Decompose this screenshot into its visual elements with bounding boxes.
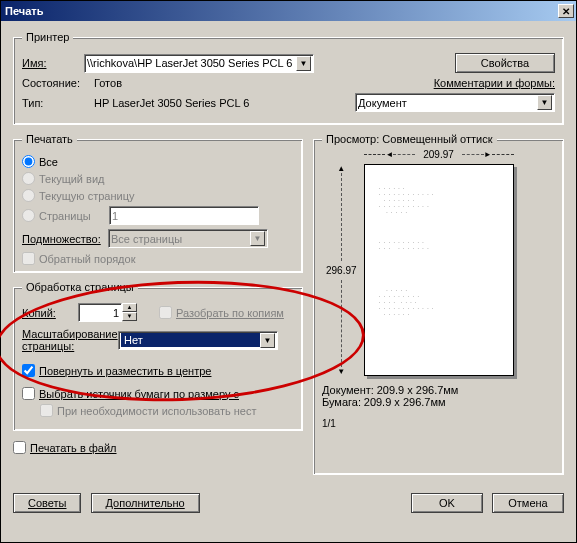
spin-down-icon[interactable]: ▼ xyxy=(122,312,137,321)
scale-value: Нет xyxy=(121,333,260,347)
collate-label: Разобрать по копиям xyxy=(176,307,284,319)
printer-select-value: \\richkova\HP LaserJet 3050 Series PCL 6 xyxy=(87,57,292,69)
pages-input xyxy=(109,206,259,225)
state-value: Готов xyxy=(94,77,122,89)
rotate-checkbox[interactable] xyxy=(22,364,35,377)
doc-value: 209.9 x 296.7мм xyxy=(377,384,459,396)
state-label: Состояние: xyxy=(22,77,88,89)
paper-label: Бумага: xyxy=(322,396,361,408)
page-counter: 1/1 xyxy=(322,418,555,429)
comments-value: Документ xyxy=(358,97,407,109)
radio-current-view-label: Текущий вид xyxy=(39,173,104,185)
radio-pages-label: Страницы xyxy=(39,210,109,222)
print-to-file-checkbox[interactable] xyxy=(13,441,26,454)
handling-group: Обработка страницы Копий: ▲▼ Разобрать п… xyxy=(13,281,303,431)
chevron-down-icon[interactable]: ▼ xyxy=(537,95,552,110)
comments-label: Комментарии и формы: xyxy=(434,77,555,89)
comments-select[interactable]: Документ ▼ xyxy=(355,93,555,112)
height-dimension: ▲ 296.97 ▼ xyxy=(326,164,357,376)
scale-label: Масштабирование страницы: xyxy=(22,328,118,352)
tips-button[interactable]: Советы xyxy=(13,493,81,513)
width-value: 209.97 xyxy=(423,149,454,160)
doc-label: Документ: xyxy=(322,384,374,396)
handling-legend: Обработка страницы xyxy=(22,281,138,293)
height-value: 296.97 xyxy=(326,265,357,276)
source-label: Выбрать источник бумаги по размеру с xyxy=(39,388,239,400)
type-label: Тип: xyxy=(22,97,88,109)
properties-button[interactable]: Свойства xyxy=(455,53,555,73)
radio-all-label: Все xyxy=(39,156,58,168)
copies-spinner[interactable]: ▲▼ xyxy=(78,303,137,322)
range-group: Печатать Все Текущий вид Текущую страниц… xyxy=(13,133,303,273)
manual-checkbox xyxy=(40,404,53,417)
print-dialog: Печать ✕ Принтер Имя: \\richkova\HP Lase… xyxy=(0,0,577,543)
reverse-label: Обратный порядок xyxy=(39,253,135,265)
scale-select[interactable]: Нет ▼ xyxy=(118,331,278,350)
collate-checkbox xyxy=(159,306,172,319)
chevron-down-icon[interactable]: ▼ xyxy=(260,333,275,348)
spin-up-icon[interactable]: ▲ xyxy=(122,303,137,312)
printer-select[interactable]: \\richkova\HP LaserJet 3050 Series PCL 6… xyxy=(84,54,314,73)
cancel-button[interactable]: Отмена xyxy=(492,493,564,513)
preview-group: Просмотр: Совмещенный оттиск ◄ 209.97 ► … xyxy=(313,133,564,475)
radio-current-view xyxy=(22,172,35,185)
ok-button[interactable]: OK xyxy=(411,493,483,513)
preview-legend: Просмотр: Совмещенный оттиск xyxy=(322,133,497,145)
printer-group: Принтер Имя: \\richkova\HP LaserJet 3050… xyxy=(13,31,564,125)
titlebar[interactable]: Печать ✕ xyxy=(1,1,576,21)
radio-all[interactable] xyxy=(22,155,35,168)
chevron-down-icon: ▼ xyxy=(250,231,265,246)
advanced-button[interactable]: Дополнительно xyxy=(91,493,200,513)
printer-name-label: Имя: xyxy=(22,57,78,69)
print-to-file-label: Печатать в файл xyxy=(30,442,117,454)
type-value: HP LaserJet 3050 Series PCL 6 xyxy=(94,97,249,109)
close-icon[interactable]: ✕ xyxy=(558,4,574,18)
window-title: Печать xyxy=(5,5,43,17)
copies-input[interactable] xyxy=(78,303,122,322)
printer-legend: Принтер xyxy=(22,31,73,43)
manual-label: При необходимости использовать нест xyxy=(57,405,257,417)
radio-current-page-label: Текущую страницу xyxy=(39,190,134,202)
page-preview: . . . . . .. . . . . . . . . . . . . . .… xyxy=(364,164,514,376)
subset-label: Подмножество: xyxy=(22,233,108,245)
radio-pages xyxy=(22,209,35,222)
radio-current-page xyxy=(22,189,35,202)
range-legend: Печатать xyxy=(22,133,77,145)
subset-value: Все страницы xyxy=(111,233,182,245)
paper-value: 209.9 x 296.7мм xyxy=(364,396,446,408)
copies-label: Копий: xyxy=(22,307,78,319)
reverse-checkbox xyxy=(22,252,35,265)
subset-select: Все страницы ▼ xyxy=(108,229,268,248)
rotate-label: Повернуть и разместить в центре xyxy=(39,365,211,377)
chevron-down-icon[interactable]: ▼ xyxy=(296,56,311,71)
source-checkbox[interactable] xyxy=(22,387,35,400)
width-dimension: ◄ 209.97 ► xyxy=(364,149,514,160)
